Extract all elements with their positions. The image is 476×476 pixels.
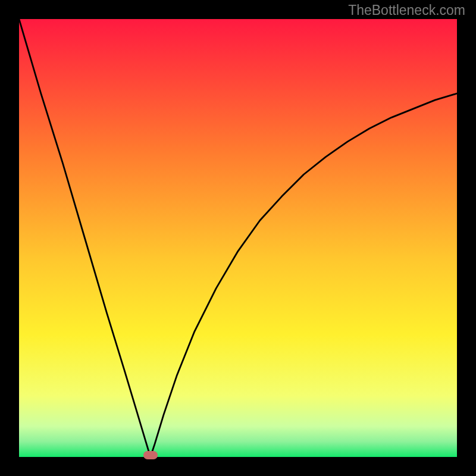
watermark-text: TheBottleneck.com [348, 2, 465, 18]
plot-area [19, 19, 457, 457]
chart-frame: TheBottleneck.com [0, 0, 476, 476]
plot-svg [19, 19, 457, 457]
minimum-marker [143, 451, 158, 459]
